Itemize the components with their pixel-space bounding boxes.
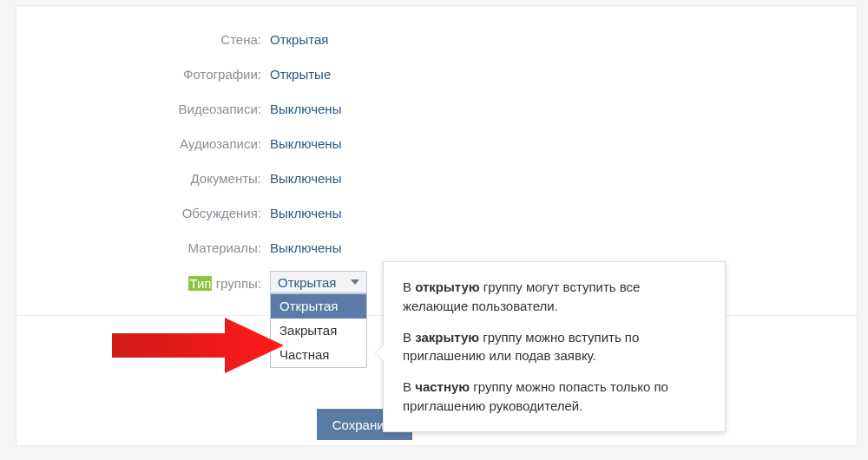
- value-discussions[interactable]: Выключены: [270, 206, 341, 220]
- group-type-help-tooltip: В открытую группу могут вступить все жел…: [383, 261, 726, 432]
- label-photos: Фотографии:: [16, 67, 270, 82]
- group-type-selected: Открытая: [278, 275, 336, 290]
- row-documents: Документы: Выключены: [16, 161, 857, 195]
- row-materials: Материалы: Выключены: [16, 230, 857, 265]
- label-documents: Документы:: [16, 171, 270, 186]
- label-videos: Видеозаписи:: [16, 102, 270, 116]
- label-discussions: Обсуждения:: [16, 206, 270, 220]
- value-wall[interactable]: Открытая: [270, 32, 328, 47]
- value-documents[interactable]: Выключены: [270, 171, 341, 186]
- row-audio: Аудиозаписи: Выключены: [16, 126, 857, 161]
- label-materials: Материалы:: [16, 240, 270, 255]
- tooltip-paragraph-private: В частную группу можно попасть только по…: [403, 378, 706, 416]
- group-type-dropdown-button[interactable]: Открытая: [270, 271, 367, 293]
- tooltip-tail-icon: [375, 345, 384, 362]
- label-wall: Стена:: [16, 32, 270, 47]
- caret-down-icon: [351, 279, 359, 285]
- row-discussions: Обсуждения: Выключены: [16, 195, 857, 230]
- tooltip-paragraph-closed: В закрытую группу можно вступить по приг…: [403, 328, 706, 366]
- value-materials[interactable]: Выключены: [270, 240, 341, 255]
- label-group-type-rest: группы:: [212, 276, 261, 291]
- row-photos: Фотографии: Открытые: [16, 56, 857, 91]
- label-group-type: Тип группы:: [16, 274, 270, 291]
- value-videos[interactable]: Выключены: [270, 102, 341, 116]
- label-group-type-highlight: Тип: [188, 276, 212, 291]
- label-audio: Аудиозаписи:: [16, 136, 270, 151]
- svg-marker-0: [112, 318, 284, 373]
- annotation-arrow-icon: [112, 306, 286, 384]
- row-videos: Видеозаписи: Выключены: [16, 91, 857, 126]
- value-photos[interactable]: Открытые: [270, 67, 331, 82]
- row-wall: Стена: Открытая: [16, 22, 857, 56]
- group-type-dropdown: Открытая Открытая Закрытая Частная: [270, 271, 367, 293]
- tooltip-paragraph-open: В открытую группу могут вступить все жел…: [403, 278, 706, 316]
- value-audio[interactable]: Выключены: [270, 136, 341, 151]
- settings-panel: Стена: Открытая Фотографии: Открытые Вид…: [16, 5, 858, 446]
